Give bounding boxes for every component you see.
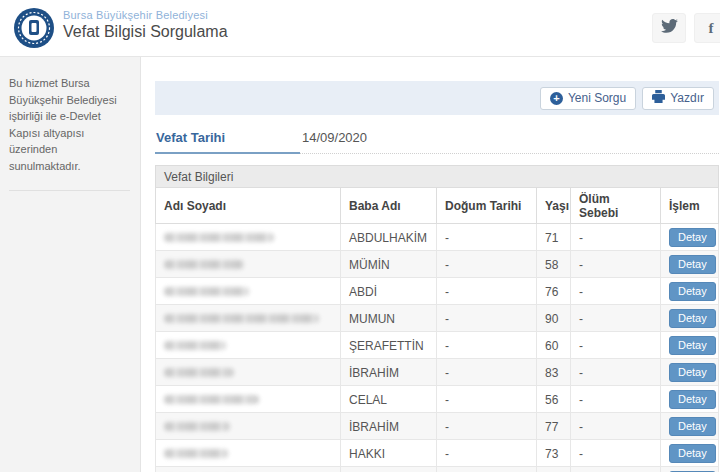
cell-age: 60 — [537, 332, 571, 359]
actions-toolbar: + Yeni Sorgu Yazdır — [155, 81, 719, 115]
column-header-4: Ölüm Sebebi — [571, 188, 661, 224]
cell-age: 71 — [537, 224, 571, 251]
table-row: MÜMİN-58-Detay — [156, 251, 719, 278]
cell-death-cause: - — [571, 359, 661, 386]
cell-death-cause: - — [571, 413, 661, 440]
redacted-name — [164, 395, 259, 404]
cell-action: Detay — [661, 278, 719, 305]
new-query-button[interactable]: + Yeni Sorgu — [540, 87, 636, 110]
cell-age: 56 — [537, 386, 571, 413]
cell-birth-date: - — [437, 332, 537, 359]
twitter-icon — [661, 19, 678, 37]
cell-death-cause: - — [571, 467, 661, 472]
column-header-3: Yaşı — [537, 188, 571, 224]
death-date-label: Vefat Tarihi — [155, 126, 300, 154]
detay-button[interactable]: Detay — [669, 255, 716, 274]
column-header-2: Doğum Tarihi — [437, 188, 537, 224]
cell-birth-date: - — [437, 359, 537, 386]
cell-full-name — [156, 440, 341, 467]
cell-full-name — [156, 224, 341, 251]
printer-icon — [652, 90, 665, 106]
cell-father-name: İBRAHİM — [341, 413, 437, 440]
cell-action: Detay — [661, 413, 719, 440]
cell-father-name: MÜMİN — [341, 251, 437, 278]
detay-button[interactable]: Detay — [669, 282, 716, 301]
redacted-name — [164, 233, 274, 242]
table-header-row: Adı SoyadıBaba AdıDoğum TarihiYaşıÖlüm S… — [156, 188, 719, 224]
cell-father-name: ABDULHAKİM — [341, 224, 437, 251]
cell-father-name: ABDİ — [341, 278, 437, 305]
cell-action: Detay — [661, 251, 719, 278]
info-sidebar: Bu hizmet Bursa Büyükşehir Belediyesi iş… — [0, 57, 141, 472]
cell-father-name: İLYAS — [341, 467, 437, 472]
death-records-table: Adı SoyadıBaba AdıDoğum TarihiYaşıÖlüm S… — [155, 187, 719, 472]
facebook-button[interactable]: f — [694, 13, 720, 43]
cell-father-name: İBRAHİM — [341, 359, 437, 386]
cell-birth-date: - — [437, 386, 537, 413]
redacted-name — [164, 287, 249, 296]
cell-father-name: ŞERAFETTİN — [341, 332, 437, 359]
cell-father-name: CELAL — [341, 386, 437, 413]
cell-father-name: HAKKI — [341, 440, 437, 467]
table-row: CELAL-56-Detay — [156, 386, 719, 413]
detay-button[interactable]: Detay — [669, 363, 716, 382]
detay-button[interactable]: Detay — [669, 228, 716, 247]
print-label: Yazdır — [670, 91, 704, 105]
cell-birth-date: - — [437, 305, 537, 332]
cell-full-name — [156, 467, 341, 472]
cell-full-name — [156, 413, 341, 440]
table-row: ABDULHAKİM-71-Detay — [156, 224, 719, 251]
cell-birth-date: - — [437, 440, 537, 467]
organization-name: Bursa Büyükşehir Belediyesi — [63, 9, 228, 21]
redacted-name — [164, 449, 228, 458]
cell-death-cause: - — [571, 251, 661, 278]
column-header-1: Baba Adı — [341, 188, 437, 224]
facebook-icon: f — [709, 20, 714, 37]
print-button[interactable]: Yazdır — [642, 87, 714, 110]
results-panel-title: Vefat Bilgileri — [155, 165, 719, 187]
cell-age: 77 — [537, 413, 571, 440]
table-row: MUMUN-90-Detay — [156, 305, 719, 332]
cell-age: 58 — [537, 251, 571, 278]
cell-action: Detay — [661, 224, 719, 251]
cell-full-name — [156, 386, 341, 413]
municipality-logo — [13, 7, 55, 49]
cell-age: 60 — [537, 467, 571, 472]
cell-birth-date: - — [437, 467, 537, 472]
cell-action: Detay — [661, 359, 719, 386]
cell-death-cause: - — [571, 386, 661, 413]
table-row: ŞERAFETTİN-60-Detay — [156, 332, 719, 359]
cell-action: Detay — [661, 305, 719, 332]
cell-death-cause: - — [571, 224, 661, 251]
detay-button[interactable]: Detay — [669, 417, 716, 436]
table-row: İBRAHİM-77-Detay — [156, 413, 719, 440]
plus-icon: + — [550, 92, 563, 105]
redacted-name — [164, 314, 319, 323]
cell-birth-date: - — [437, 278, 537, 305]
redacted-name — [164, 368, 234, 377]
cell-full-name — [156, 305, 341, 332]
service-info-text: Bu hizmet Bursa Büyükşehir Belediyesi iş… — [9, 75, 130, 174]
main-content: + Yeni Sorgu Yazdır Vefat Tarihi 14/09/2… — [141, 57, 720, 472]
detay-button[interactable]: Detay — [669, 390, 716, 409]
twitter-button[interactable] — [652, 13, 686, 43]
cell-birth-date: - — [437, 413, 537, 440]
cell-full-name — [156, 278, 341, 305]
detay-button[interactable]: Detay — [669, 444, 716, 463]
cell-birth-date: - — [437, 251, 537, 278]
table-row: HAKKI-73-Detay — [156, 440, 719, 467]
sidebar-divider — [9, 190, 130, 191]
detay-button[interactable]: Detay — [669, 309, 716, 328]
detay-button[interactable]: Detay — [669, 336, 716, 355]
page-title: Vefat Bilgisi Sorgulama — [63, 23, 228, 41]
redacted-name — [164, 422, 230, 431]
cell-death-cause: - — [571, 332, 661, 359]
cell-full-name — [156, 251, 341, 278]
cell-age: 73 — [537, 440, 571, 467]
cell-death-cause: - — [571, 440, 661, 467]
death-date-value: 14/09/2020 — [300, 126, 719, 154]
table-row: ABDİ-76-Detay — [156, 278, 719, 305]
cell-father-name: MUMUN — [341, 305, 437, 332]
query-summary-row: Vefat Tarihi 14/09/2020 — [155, 126, 719, 154]
app-header: Bursa Büyükşehir Belediyesi Vefat Bilgis… — [0, 0, 720, 57]
